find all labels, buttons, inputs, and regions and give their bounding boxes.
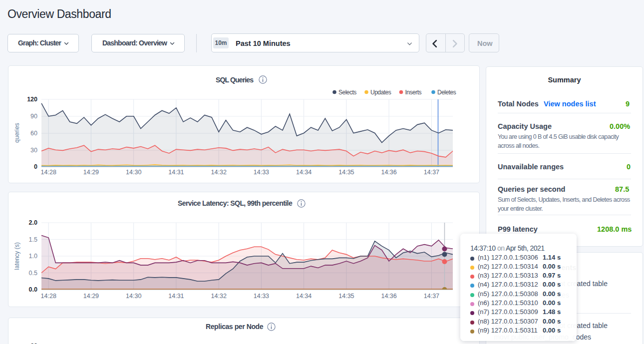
svg-text:1.5: 1.5 — [29, 236, 37, 243]
svg-text:14:37: 14:37 — [424, 169, 439, 176]
svg-text:14:30: 14:30 — [126, 169, 141, 176]
svg-text:14:34: 14:34 — [296, 293, 312, 300]
svg-text:14:33: 14:33 — [254, 169, 269, 176]
svg-text:Deletes: Deletes — [437, 89, 456, 96]
svg-text:120: 120 — [27, 96, 37, 103]
svg-text:30: 30 — [30, 147, 37, 154]
svg-text:14:35: 14:35 — [338, 293, 354, 300]
svg-text:14:29: 14:29 — [83, 293, 99, 300]
svg-text:14:36: 14:36 — [381, 169, 396, 176]
svg-text:0.5: 0.5 — [29, 270, 37, 277]
svg-text:14:35: 14:35 — [338, 169, 354, 176]
svg-text:90: 90 — [30, 113, 37, 120]
svg-text:14:32: 14:32 — [211, 169, 227, 176]
svg-text:Updates: Updates — [370, 89, 391, 96]
svg-text:1.0: 1.0 — [29, 253, 37, 260]
svg-text:14:36: 14:36 — [381, 293, 396, 300]
svg-text:latency (s): latency (s) — [13, 242, 20, 270]
svg-text:Selects: Selects — [338, 89, 356, 96]
svg-text:0: 0 — [34, 163, 37, 170]
svg-text:14:28: 14:28 — [41, 169, 56, 176]
svg-text:14:28: 14:28 — [41, 293, 56, 300]
svg-text:14:37: 14:37 — [424, 293, 439, 300]
svg-text:14:32: 14:32 — [211, 293, 227, 300]
svg-text:14:31: 14:31 — [168, 169, 184, 176]
svg-text:Inserts: Inserts — [405, 89, 422, 96]
svg-text:2.0: 2.0 — [29, 219, 37, 226]
svg-text:14:33: 14:33 — [254, 293, 269, 300]
svg-text:queries: queries — [13, 123, 20, 142]
svg-text:14:29: 14:29 — [83, 169, 99, 176]
svg-text:14:31: 14:31 — [168, 293, 184, 300]
svg-text:14:34: 14:34 — [296, 169, 312, 176]
svg-text:14:30: 14:30 — [126, 293, 141, 300]
svg-text:60: 60 — [30, 130, 37, 137]
svg-text:0.0: 0.0 — [29, 286, 37, 293]
